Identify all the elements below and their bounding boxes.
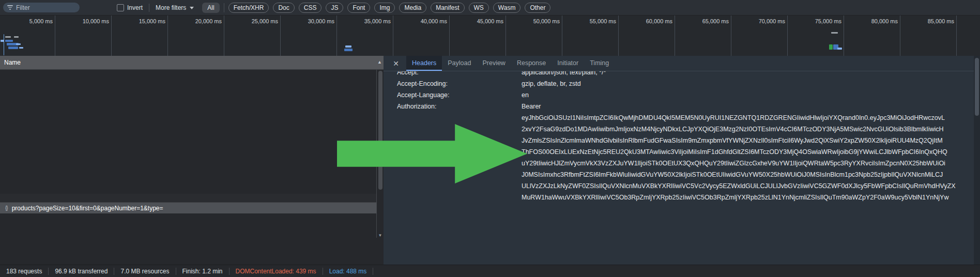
status-item-96-9-kb-transferred: 96.9 kB transferred bbox=[49, 268, 114, 275]
scroll-up-icon[interactable]: ▲ bbox=[377, 59, 382, 65]
timeline-tick-label: 60,000 ms bbox=[621, 18, 672, 24]
header-value: Bearer bbox=[522, 101, 971, 112]
waterfall-bar bbox=[16, 43, 21, 45]
token-line: ULlVzZXJzLkNyZWF0ZSIsIlQuVXNlcnMuVXBkYXR… bbox=[522, 180, 971, 192]
more-filters-button[interactable]: More filters bbox=[156, 4, 194, 11]
filter-chip-ws[interactable]: WS bbox=[469, 3, 489, 13]
timeline-gridline bbox=[280, 16, 281, 56]
timeline-tick-label: 65,000 ms bbox=[677, 18, 729, 24]
timeline-gridline bbox=[675, 16, 675, 56]
waterfall-bar bbox=[344, 49, 353, 51]
timeline-tick-label: 35,000 ms bbox=[339, 18, 391, 24]
tab-timing[interactable]: Timing bbox=[584, 56, 615, 71]
status-item-load: Load: 488 ms bbox=[323, 268, 374, 275]
request-name: products?pageSize=10&first=0&pageNumber=… bbox=[12, 205, 163, 212]
timeline-gridline bbox=[618, 16, 619, 56]
timeline-tick-label: 45,000 ms bbox=[452, 18, 503, 24]
token-line: JvZmlsZSIsInZlcmlmaWNhdGlvbiIsInRlbmFudG… bbox=[522, 135, 971, 146]
waterfall-bar bbox=[5, 36, 11, 38]
close-icon[interactable]: ✕ bbox=[391, 59, 401, 68]
header-row-accept-encoding-: Accept-Encoding:gzip, deflate, br, zstd bbox=[397, 78, 971, 89]
filter-chip-css[interactable]: CSS bbox=[299, 3, 322, 13]
token-line: J0MSIsImxhc3RfbmFtZSI6ImFkbWluIiwidGVuYW… bbox=[522, 169, 971, 180]
chevron-down-icon bbox=[190, 7, 194, 9]
filter-chip-font[interactable]: Font bbox=[347, 3, 370, 13]
scroll-down-icon[interactable]: ▼ bbox=[377, 233, 384, 239]
filter-input[interactable]: Filter bbox=[3, 3, 80, 12]
filter-placeholder: Filter bbox=[16, 4, 30, 11]
filter-chip-manifest[interactable]: Manifest bbox=[431, 3, 464, 13]
toolbar-divider bbox=[149, 4, 149, 12]
invert-checkbox-group[interactable]: Invert bbox=[117, 4, 143, 11]
waterfall-bar bbox=[14, 36, 19, 38]
status-bar: 183 requests96.9 kB transferred7.0 MB re… bbox=[0, 265, 980, 277]
status-item-domcontentloaded: DOMContentLoaded: 439 ms bbox=[229, 268, 323, 275]
details-scrollbar-thumb[interactable] bbox=[975, 58, 979, 116]
timeline-tick-label: 75,000 ms bbox=[790, 18, 841, 24]
scrollbar-thumb[interactable] bbox=[378, 71, 382, 190]
timeline-tick-label: 70,000 ms bbox=[733, 18, 785, 24]
timeline-gridline bbox=[111, 16, 112, 56]
timeline-gridline bbox=[167, 16, 168, 56]
name-column-header[interactable]: Name ▲ bbox=[0, 56, 384, 70]
header-row-accept-language-: Accept-Language:en bbox=[397, 89, 971, 101]
filter-chip-js[interactable]: JS bbox=[326, 3, 343, 13]
header-value: application/json, text/plain, */* bbox=[522, 71, 971, 78]
details-tabbar: ✕ HeadersPayloadPreviewResponseInitiator… bbox=[384, 56, 980, 71]
header-row-accept-: Accept:application/json, text/plain, */* bbox=[397, 71, 971, 78]
header-value: gzip, deflate, br, zstd bbox=[522, 78, 971, 89]
timeline-gridline bbox=[224, 16, 224, 56]
name-column-label: Name bbox=[4, 59, 21, 66]
header-name: Authorization: bbox=[397, 101, 522, 112]
filter-chip-all[interactable]: All bbox=[202, 3, 219, 13]
waterfall-bar bbox=[1, 40, 4, 42]
waterfall-bar bbox=[4, 34, 4, 55]
tab-headers[interactable]: Headers bbox=[406, 56, 442, 71]
timeline-gridline bbox=[956, 16, 957, 56]
invert-checkbox[interactable] bbox=[117, 4, 124, 11]
timeline-gridline bbox=[506, 16, 506, 56]
waterfall-bar bbox=[829, 44, 833, 50]
waterfall-bar bbox=[837, 48, 842, 50]
waterfall-bar bbox=[345, 45, 351, 48]
token-line: MuRW1haWwuVXBkYXRlIiwiVC5Ob3RpZmljYXRpb2… bbox=[522, 192, 971, 203]
timeline-gridline bbox=[336, 16, 337, 56]
timeline-tick-label: 30,000 ms bbox=[283, 18, 334, 24]
timeline-overview[interactable]: 5,000 ms10,000 ms15,000 ms20,000 ms25,00… bbox=[0, 16, 980, 56]
network-filter-toolbar: Filter Invert More filters AllFetch/XHRD… bbox=[0, 0, 980, 16]
timeline-gridline bbox=[393, 16, 393, 56]
request-row-selected[interactable]: {} products?pageSize=10&first=0&pageNumb… bbox=[0, 203, 376, 213]
timeline-tick-label: 25,000 ms bbox=[226, 18, 278, 24]
timeline-tick-label: 40,000 ms bbox=[395, 18, 447, 24]
filter-chip-img[interactable]: Img bbox=[374, 3, 395, 13]
header-value: en bbox=[522, 89, 971, 101]
filter-chip-fetch-xhr[interactable]: Fetch/XHR bbox=[228, 3, 269, 13]
tab-preview[interactable]: Preview bbox=[477, 56, 511, 71]
filter-chip-media[interactable]: Media bbox=[399, 3, 426, 13]
timeline-tick-label: 20,000 ms bbox=[170, 18, 222, 24]
timeline-gridline bbox=[55, 16, 55, 56]
devtools-network-panel: Filter Invert More filters AllFetch/XHRD… bbox=[0, 0, 980, 277]
status-item-finish: Finish: 1.2 min bbox=[176, 268, 229, 275]
filter-chips: AllFetch/XHRDocCSSJSFontImgMediaManifest… bbox=[202, 3, 550, 13]
filter-chip-wasm[interactable]: Wasm bbox=[493, 3, 521, 13]
chip-divider bbox=[224, 3, 224, 12]
tab-initiator[interactable]: Initiator bbox=[552, 56, 584, 71]
status-item-7-0-mb-resources: 7.0 MB resources bbox=[114, 268, 176, 275]
filter-chip-other[interactable]: Other bbox=[525, 3, 550, 13]
details-scrollbar[interactable] bbox=[974, 56, 980, 265]
requests-panel: Name ▲ {} products?pageSize=10&first=0&p… bbox=[0, 56, 384, 265]
more-filters-label: More filters bbox=[156, 4, 186, 11]
tab-response[interactable]: Response bbox=[511, 56, 552, 71]
timeline-tick-label: 55,000 ms bbox=[564, 18, 616, 24]
bearer-token: eyJhbGciOiJSUzI1NiIsImtpZCI6IkQwMjhDMDU4… bbox=[522, 112, 971, 203]
header-name: Accept-Language: bbox=[397, 89, 522, 101]
timeline-tick-label: 10,000 ms bbox=[57, 18, 109, 24]
partial-request-row[interactable] bbox=[0, 194, 376, 203]
timeline-gridline bbox=[562, 16, 562, 56]
timeline-tick-label: 5,000 ms bbox=[1, 18, 53, 24]
filter-chip-doc[interactable]: Doc bbox=[273, 3, 294, 13]
timeline-gridline bbox=[844, 16, 844, 56]
tab-payload[interactable]: Payload bbox=[442, 56, 477, 71]
header-row-authorization-: Authorization:Bearer bbox=[397, 101, 971, 112]
